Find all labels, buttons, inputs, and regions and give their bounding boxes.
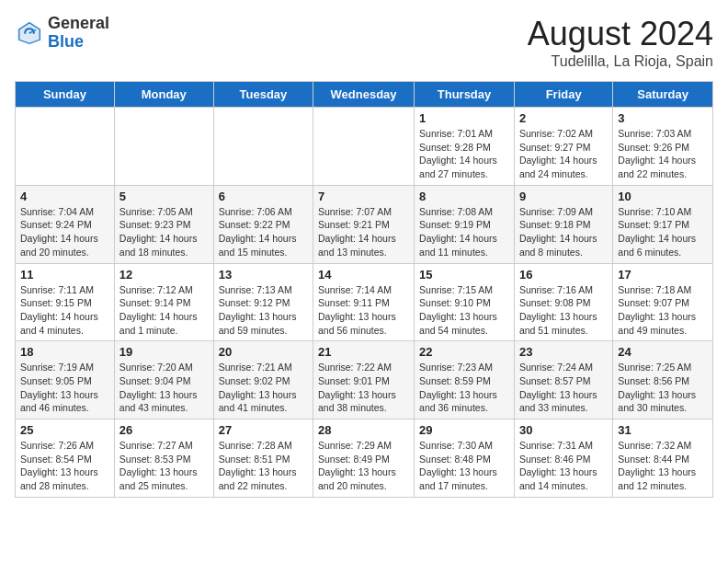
calendar-week-5: 25Sunrise: 7:26 AMSunset: 8:54 PMDayligh… bbox=[16, 419, 713, 498]
day-info: Sunrise: 7:15 AMSunset: 9:10 PMDaylight:… bbox=[419, 283, 509, 338]
calendar-cell: 11Sunrise: 7:11 AMSunset: 9:15 PMDayligh… bbox=[16, 263, 115, 341]
calendar-cell: 7Sunrise: 7:07 AMSunset: 9:21 PMDaylight… bbox=[313, 185, 415, 263]
calendar-cell: 17Sunrise: 7:18 AMSunset: 9:07 PMDayligh… bbox=[613, 263, 713, 341]
calendar-cell: 27Sunrise: 7:28 AMSunset: 8:51 PMDayligh… bbox=[213, 419, 313, 498]
month-title: August 2024 bbox=[528, 15, 713, 53]
logo: General Blue bbox=[15, 15, 109, 52]
logo-icon bbox=[15, 18, 44, 48]
day-number: 23 bbox=[519, 345, 608, 359]
day-info: Sunrise: 7:27 AMSunset: 8:53 PMDaylight:… bbox=[119, 439, 209, 493]
calendar-cell: 9Sunrise: 7:09 AMSunset: 9:18 PMDaylight… bbox=[514, 185, 612, 263]
day-number: 28 bbox=[318, 423, 409, 437]
location-title: Tudelilla, La Rioja, Spain bbox=[528, 53, 713, 70]
day-header-thursday: Thursday bbox=[415, 82, 515, 108]
calendar-week-2: 4Sunrise: 7:04 AMSunset: 9:24 PMDaylight… bbox=[16, 185, 713, 263]
calendar-cell: 3Sunrise: 7:03 AMSunset: 9:26 PMDaylight… bbox=[613, 108, 713, 186]
day-info: Sunrise: 7:32 AMSunset: 8:44 PMDaylight:… bbox=[618, 439, 708, 493]
calendar-cell: 23Sunrise: 7:24 AMSunset: 8:57 PMDayligh… bbox=[514, 341, 612, 419]
day-number: 5 bbox=[119, 190, 209, 203]
calendar-cell: 15Sunrise: 7:15 AMSunset: 9:10 PMDayligh… bbox=[415, 263, 515, 341]
day-info: Sunrise: 7:12 AMSunset: 9:14 PMDaylight:… bbox=[119, 283, 209, 338]
page-header: General Blue August 2024 Tudelilla, La R… bbox=[15, 15, 713, 70]
calendar-cell: 10Sunrise: 7:10 AMSunset: 9:17 PMDayligh… bbox=[613, 185, 713, 263]
day-number: 1 bbox=[419, 111, 509, 125]
calendar-cell: 24Sunrise: 7:25 AMSunset: 8:56 PMDayligh… bbox=[613, 341, 713, 419]
day-number: 31 bbox=[618, 423, 708, 437]
day-number: 18 bbox=[20, 345, 109, 359]
day-info: Sunrise: 7:13 AMSunset: 9:12 PMDaylight:… bbox=[219, 283, 308, 338]
day-number: 21 bbox=[318, 345, 409, 359]
calendar-cell bbox=[213, 108, 313, 186]
calendar-cell: 14Sunrise: 7:14 AMSunset: 9:11 PMDayligh… bbox=[313, 263, 415, 341]
day-number: 25 bbox=[20, 423, 109, 437]
day-number: 26 bbox=[119, 423, 209, 437]
day-header-tuesday: Tuesday bbox=[213, 82, 313, 108]
day-info: Sunrise: 7:23 AMSunset: 8:59 PMDaylight:… bbox=[419, 361, 509, 415]
day-info: Sunrise: 7:18 AMSunset: 9:07 PMDaylight:… bbox=[618, 283, 708, 338]
calendar-cell: 31Sunrise: 7:32 AMSunset: 8:44 PMDayligh… bbox=[613, 419, 713, 498]
day-number: 6 bbox=[219, 190, 308, 203]
calendar-cell: 18Sunrise: 7:19 AMSunset: 9:05 PMDayligh… bbox=[16, 341, 115, 419]
calendar-week-1: 1Sunrise: 7:01 AMSunset: 9:28 PMDaylight… bbox=[16, 108, 713, 186]
day-info: Sunrise: 7:06 AMSunset: 9:22 PMDaylight:… bbox=[219, 205, 308, 259]
day-number: 9 bbox=[519, 190, 608, 203]
day-info: Sunrise: 7:03 AMSunset: 9:26 PMDaylight:… bbox=[618, 127, 708, 181]
day-number: 20 bbox=[219, 345, 308, 359]
calendar-week-4: 18Sunrise: 7:19 AMSunset: 9:05 PMDayligh… bbox=[16, 341, 713, 419]
calendar-cell: 30Sunrise: 7:31 AMSunset: 8:46 PMDayligh… bbox=[514, 419, 612, 498]
day-number: 19 bbox=[119, 345, 209, 359]
logo-text: General Blue bbox=[48, 15, 109, 52]
calendar-cell: 4Sunrise: 7:04 AMSunset: 9:24 PMDaylight… bbox=[16, 185, 115, 263]
day-number: 29 bbox=[419, 423, 509, 437]
calendar-cell: 5Sunrise: 7:05 AMSunset: 9:23 PMDaylight… bbox=[114, 185, 213, 263]
calendar-cell: 26Sunrise: 7:27 AMSunset: 8:53 PMDayligh… bbox=[114, 419, 213, 498]
calendar-cell: 29Sunrise: 7:30 AMSunset: 8:48 PMDayligh… bbox=[415, 419, 515, 498]
day-number: 24 bbox=[618, 345, 708, 359]
logo-general-text: General bbox=[48, 15, 109, 33]
day-info: Sunrise: 7:08 AMSunset: 9:19 PMDaylight:… bbox=[419, 205, 509, 259]
day-info: Sunrise: 7:21 AMSunset: 9:02 PMDaylight:… bbox=[219, 361, 308, 415]
day-info: Sunrise: 7:14 AMSunset: 9:11 PMDaylight:… bbox=[318, 283, 409, 338]
calendar-cell: 20Sunrise: 7:21 AMSunset: 9:02 PMDayligh… bbox=[213, 341, 313, 419]
day-number: 12 bbox=[119, 268, 209, 282]
day-number: 16 bbox=[519, 268, 608, 282]
day-number: 13 bbox=[219, 268, 308, 282]
day-info: Sunrise: 7:07 AMSunset: 9:21 PMDaylight:… bbox=[318, 205, 409, 259]
day-header-wednesday: Wednesday bbox=[313, 82, 415, 108]
calendar-cell: 12Sunrise: 7:12 AMSunset: 9:14 PMDayligh… bbox=[114, 263, 213, 341]
calendar-cell: 13Sunrise: 7:13 AMSunset: 9:12 PMDayligh… bbox=[213, 263, 313, 341]
title-block: August 2024 Tudelilla, La Rioja, Spain bbox=[528, 15, 713, 70]
calendar-cell: 1Sunrise: 7:01 AMSunset: 9:28 PMDaylight… bbox=[415, 108, 515, 186]
calendar-table: SundayMondayTuesdayWednesdayThursdayFrid… bbox=[15, 81, 713, 498]
calendar-cell: 22Sunrise: 7:23 AMSunset: 8:59 PMDayligh… bbox=[415, 341, 515, 419]
day-info: Sunrise: 7:20 AMSunset: 9:04 PMDaylight:… bbox=[119, 361, 209, 415]
calendar-cell bbox=[16, 108, 115, 186]
day-info: Sunrise: 7:11 AMSunset: 9:15 PMDaylight:… bbox=[20, 283, 109, 338]
day-number: 4 bbox=[20, 190, 109, 203]
day-info: Sunrise: 7:28 AMSunset: 8:51 PMDaylight:… bbox=[219, 439, 308, 493]
day-info: Sunrise: 7:25 AMSunset: 8:56 PMDaylight:… bbox=[618, 361, 708, 415]
calendar-cell: 8Sunrise: 7:08 AMSunset: 9:19 PMDaylight… bbox=[415, 185, 515, 263]
day-info: Sunrise: 7:31 AMSunset: 8:46 PMDaylight:… bbox=[519, 439, 608, 493]
day-info: Sunrise: 7:26 AMSunset: 8:54 PMDaylight:… bbox=[20, 439, 109, 493]
day-number: 17 bbox=[618, 268, 708, 282]
calendar-header-row: SundayMondayTuesdayWednesdayThursdayFrid… bbox=[16, 82, 713, 108]
day-number: 15 bbox=[419, 268, 509, 282]
day-number: 7 bbox=[318, 190, 409, 203]
logo-blue-text: Blue bbox=[48, 33, 109, 52]
calendar-cell: 16Sunrise: 7:16 AMSunset: 9:08 PMDayligh… bbox=[514, 263, 612, 341]
calendar-cell bbox=[114, 108, 213, 186]
day-info: Sunrise: 7:09 AMSunset: 9:18 PMDaylight:… bbox=[519, 205, 608, 259]
day-number: 2 bbox=[519, 111, 608, 125]
calendar-cell bbox=[313, 108, 415, 186]
day-info: Sunrise: 7:22 AMSunset: 9:01 PMDaylight:… bbox=[318, 361, 409, 415]
day-header-saturday: Saturday bbox=[613, 82, 713, 108]
calendar-cell: 6Sunrise: 7:06 AMSunset: 9:22 PMDaylight… bbox=[213, 185, 313, 263]
day-info: Sunrise: 7:16 AMSunset: 9:08 PMDaylight:… bbox=[519, 283, 608, 338]
day-info: Sunrise: 7:04 AMSunset: 9:24 PMDaylight:… bbox=[20, 205, 109, 259]
day-info: Sunrise: 7:30 AMSunset: 8:48 PMDaylight:… bbox=[419, 439, 509, 493]
day-info: Sunrise: 7:19 AMSunset: 9:05 PMDaylight:… bbox=[20, 361, 109, 415]
day-number: 3 bbox=[618, 111, 708, 125]
day-header-friday: Friday bbox=[514, 82, 612, 108]
day-info: Sunrise: 7:02 AMSunset: 9:27 PMDaylight:… bbox=[519, 127, 608, 181]
